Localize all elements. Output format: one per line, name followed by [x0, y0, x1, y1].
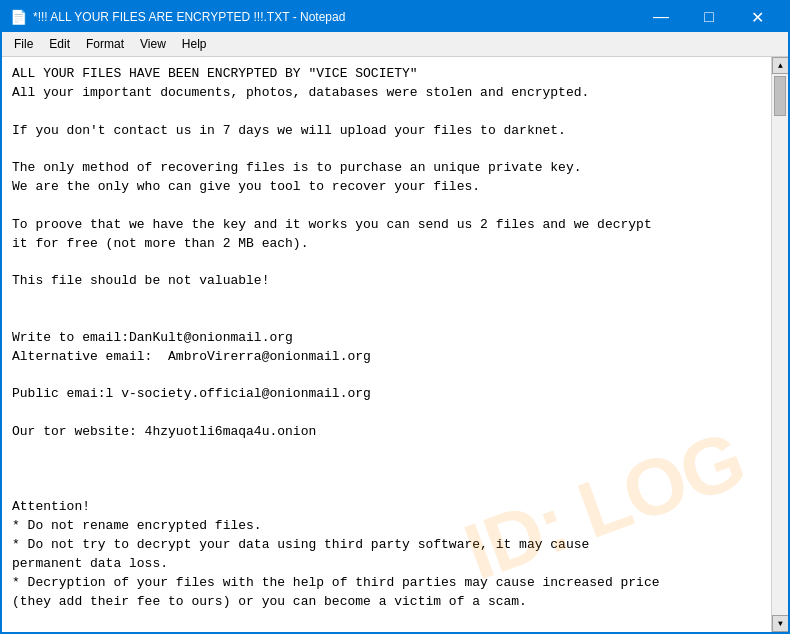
- notepad-window: 📄 *!!! ALL YOUR FILES ARE ENCRYPTED !!!.…: [0, 0, 790, 634]
- scroll-up-button[interactable]: ▲: [772, 57, 788, 74]
- maximize-button[interactable]: □: [686, 2, 732, 32]
- title-bar-left: 📄 *!!! ALL YOUR FILES ARE ENCRYPTED !!!.…: [10, 9, 345, 25]
- menu-bar: File Edit Format View Help: [2, 32, 788, 57]
- scroll-down-button[interactable]: ▼: [772, 615, 788, 632]
- menu-format[interactable]: Format: [78, 34, 132, 54]
- scrollbar-track[interactable]: [772, 74, 788, 615]
- minimize-button[interactable]: —: [638, 2, 684, 32]
- title-controls: — □ ✕: [638, 2, 780, 32]
- menu-view[interactable]: View: [132, 34, 174, 54]
- content-area: ALL YOUR FILES HAVE BEEN ENCRYPTED BY "V…: [2, 57, 788, 632]
- menu-help[interactable]: Help: [174, 34, 215, 54]
- close-button[interactable]: ✕: [734, 2, 780, 32]
- app-icon: 📄: [10, 9, 27, 25]
- menu-edit[interactable]: Edit: [41, 34, 78, 54]
- scrollbar: ▲ ▼: [771, 57, 788, 632]
- window-title: *!!! ALL YOUR FILES ARE ENCRYPTED !!!.TX…: [33, 10, 345, 24]
- menu-file[interactable]: File: [6, 34, 41, 54]
- title-bar: 📄 *!!! ALL YOUR FILES ARE ENCRYPTED !!!.…: [2, 2, 788, 32]
- scrollbar-thumb[interactable]: [774, 76, 786, 116]
- text-editor[interactable]: ALL YOUR FILES HAVE BEEN ENCRYPTED BY "V…: [2, 57, 771, 632]
